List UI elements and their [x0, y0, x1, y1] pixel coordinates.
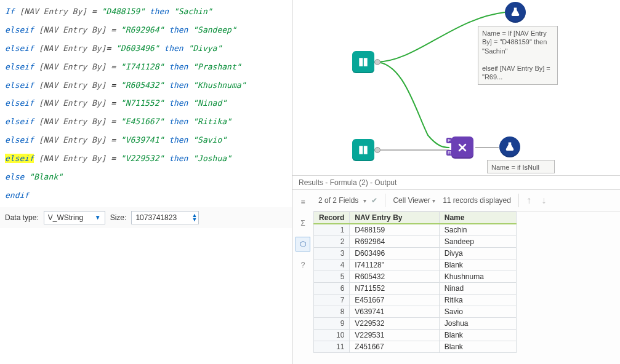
input-tool-node-bottom[interactable]	[352, 139, 374, 161]
table-row[interactable]: 11Z451667Blank	[314, 341, 517, 353]
output-anchor[interactable]	[374, 59, 380, 65]
results-title: Results - Formula (2) - Output	[292, 175, 620, 190]
column-header[interactable]: Name	[439, 212, 516, 224]
anchor-label-r: R	[446, 150, 453, 156]
annotation-top: Name = If [NAV Entry By] = "D488159" the…	[478, 26, 558, 85]
records-count: 11 records displayed	[443, 196, 511, 205]
stepper-icon[interactable]: ▲▼	[191, 213, 197, 222]
table-row[interactable]: 3D603496Divya	[314, 248, 517, 259]
table-row[interactable]: 8V639741Savio	[314, 306, 517, 318]
datatype-label: Data type:	[5, 213, 39, 222]
rows-icon[interactable]: ≡	[296, 195, 310, 210]
table-row[interactable]: 2R692964Sandeep	[314, 236, 517, 248]
table-row[interactable]: 7E451667Ritika	[314, 295, 517, 306]
size-input[interactable]: 1073741823 ▲▼	[131, 211, 199, 224]
table-row[interactable]: 6N711552Ninad	[314, 283, 517, 295]
nav-arrows[interactable]: ↑ ↓	[526, 195, 550, 206]
anchor-label-f: F	[446, 138, 452, 143]
formula-tool-node-bottom[interactable]	[499, 136, 520, 157]
results-toolbar: 2 of 2 Fields ▾ ✔ Cell Viewer ▾ 11 recor…	[313, 190, 620, 212]
separator	[385, 194, 385, 207]
separator	[518, 194, 519, 207]
size-label: Size:	[110, 213, 127, 222]
chevron-down-icon[interactable]: ▾	[363, 197, 366, 204]
results-body: ≡ Σ ⬡ ? 2 of 2 Fields ▾ ✔ Cell Viewer ▾ …	[292, 190, 620, 364]
results-grid-wrap: 2 of 2 Fields ▾ ✔ Cell Viewer ▾ 11 recor…	[313, 190, 620, 364]
table-row[interactable]: 4I741128"Blank	[314, 259, 517, 271]
chevron-down-icon: ▼	[95, 214, 101, 221]
formula-config-pane: If [NAV Entry By] = "D488159" then "Sach…	[0, 0, 292, 364]
datatype-select[interactable]: V_WString ▼	[44, 211, 105, 224]
datatype-value: V_WString	[48, 213, 83, 222]
results-side-icons: ≡ Σ ⬡ ?	[292, 190, 313, 364]
formula-expression[interactable]: If [NAV Entry By] = "D488159" then "Sach…	[0, 0, 292, 207]
size-value: 1073741823	[135, 213, 177, 222]
table-row[interactable]: 9V229532Joshua	[314, 318, 517, 330]
help-icon[interactable]: ?	[296, 258, 310, 272]
workflow-canvas[interactable]: Name = If [NAV Entry By] = "D488159" the…	[292, 0, 620, 175]
table-row[interactable]: 5R605432Khushnuma	[314, 271, 517, 283]
formula-tool-node-top[interactable]	[505, 2, 526, 23]
column-header[interactable]: NAV Entry By	[350, 212, 439, 224]
results-table[interactable]: RecordNAV Entry ByName 1D488159Sachin2R6…	[313, 212, 517, 353]
datatype-row: Data type: V_WString ▼ Size: 1073741823 …	[0, 207, 292, 228]
table-row[interactable]: 1D488159Sachin	[314, 224, 517, 236]
fields-summary[interactable]: 2 of 2 Fields	[318, 196, 358, 205]
column-header[interactable]: Record	[314, 212, 350, 224]
annotation-bottom: Name = if IsNull ([Name]) then	[487, 160, 555, 173]
input-tool-node-top[interactable]	[352, 51, 374, 73]
output-anchor[interactable]	[374, 147, 380, 153]
workflow-and-results: Name = If [NAV Entry By] = "D488159" the…	[292, 0, 620, 364]
check-icon[interactable]: ✔	[371, 196, 377, 205]
sigma-icon[interactable]: Σ	[296, 216, 310, 231]
panel-icon[interactable]: ⬡	[296, 237, 310, 251]
cell-viewer-dropdown[interactable]: Cell Viewer ▾	[393, 196, 435, 205]
find-replace-tool-node[interactable]	[451, 136, 473, 159]
table-row[interactable]: 10V229531Blank	[314, 330, 517, 341]
